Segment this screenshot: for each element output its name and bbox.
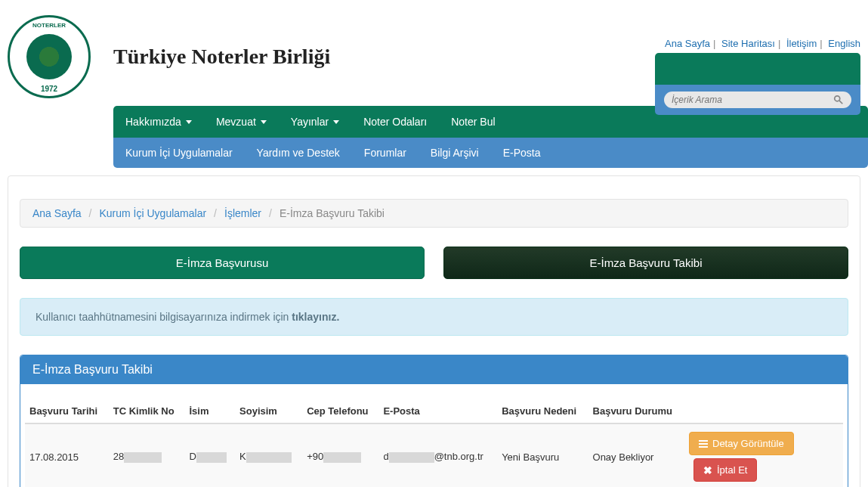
list-icon <box>699 440 708 448</box>
col-header: İsim <box>184 399 235 423</box>
breadcrumb-islemler[interactable]: İşlemler <box>224 207 261 219</box>
top-links: Ana Sayfa| Site Haritası| İletişim| Engl… <box>665 38 860 49</box>
search-top-bg <box>655 53 860 85</box>
caret-icon <box>333 120 339 124</box>
detail-button[interactable]: Detay Görüntüle <box>689 432 794 455</box>
col-header: Başvuru Tarihi <box>25 399 109 423</box>
tab-eimza-takibi[interactable]: E-İmza Başvuru Takibi <box>443 247 848 279</box>
nav-primary-item-4[interactable]: Noter Bul <box>439 106 507 138</box>
info-link[interactable]: tıklayınız. <box>292 311 339 323</box>
logo: NOTERLER 1972 <box>8 15 91 98</box>
nav-secondary: Kurum İçi UygulamalarYardım ve DestekFor… <box>113 138 868 168</box>
cell-tc: 28 <box>109 423 185 487</box>
caret-icon <box>261 120 267 124</box>
nav-primary-item-2[interactable]: Yayınlar <box>279 106 351 138</box>
nav-primary-item-1[interactable]: Mevzuat <box>204 106 279 138</box>
col-header: Soyisim <box>235 399 302 423</box>
col-header: Başvuru Durumu <box>588 399 684 423</box>
search-input[interactable] <box>672 95 833 105</box>
close-icon: ✖ <box>703 467 712 474</box>
svg-line-1 <box>839 101 842 104</box>
nav-secondary-item-3[interactable]: Bilgi Arşivi <box>419 138 491 168</box>
nav-secondary-item-2[interactable]: Forumlar <box>352 138 419 168</box>
cell-cep: +90 <box>302 423 378 487</box>
nav-secondary-item-4[interactable]: E-Posta <box>491 138 553 168</box>
cell-durum: Onay Bekliyor <box>588 423 684 487</box>
link-english[interactable]: English <box>828 38 860 49</box>
link-home[interactable]: Ana Sayfa <box>665 38 710 49</box>
cancel-button[interactable]: ✖ İptal Et <box>693 458 757 482</box>
panel-title: E-İmza Başvuru Takibi <box>20 355 848 384</box>
tab-eimza-basvurusu[interactable]: E-İmza Başvurusu <box>20 247 425 279</box>
breadcrumb-current: E-İmza Başvuru Takibi <box>280 207 385 219</box>
page-title: Türkiye Noterler Birliği <box>113 45 330 69</box>
logo-ring-text-bottom: 1972 <box>10 85 88 93</box>
cell-soyisim: K <box>235 423 302 487</box>
col-header: Cep Telefonu <box>302 399 378 423</box>
nav-primary-item-0[interactable]: Hakkımızda <box>113 106 204 138</box>
col-header: TC Kimlik No <box>109 399 185 423</box>
cell-isim: D <box>184 423 235 487</box>
applications-table: Başvuru TarihiTC Kimlik NoİsimSoyisimCep… <box>25 399 843 487</box>
logo-emblem <box>26 34 72 79</box>
link-sitemap[interactable]: Site Haritası <box>721 38 775 49</box>
svg-point-0 <box>835 96 840 101</box>
cell-date: 17.08.2015 <box>25 423 109 487</box>
link-contact[interactable]: İletişim <box>786 38 817 49</box>
cell-neden: Yeni Başvuru <box>497 423 588 487</box>
caret-icon <box>186 120 192 124</box>
breadcrumb-home[interactable]: Ana Sayfa <box>32 207 82 219</box>
col-header: E-Posta <box>378 399 497 423</box>
cell-eposta: d@tnb.org.tr <box>378 423 497 487</box>
nav-secondary-item-1[interactable]: Yardım ve Destek <box>245 138 352 168</box>
nav-primary-item-3[interactable]: Noter Odaları <box>351 106 439 138</box>
breadcrumb: Ana Sayfa/ Kurum İçi Uygulamalar/ İşleml… <box>20 199 848 228</box>
logo-ring-text-top: NOTERLER <box>10 22 88 29</box>
info-box: Kullanıcı taahhütnamesini bilgisayarınız… <box>20 298 848 336</box>
search-box[interactable] <box>664 92 851 108</box>
table-row: 17.08.201528DK+90d@tnb.org.trYeni Başvur… <box>25 423 843 487</box>
breadcrumb-kurum[interactable]: Kurum İçi Uygulamalar <box>100 207 207 219</box>
nav-secondary-item-0[interactable]: Kurum İçi Uygulamalar <box>113 138 245 168</box>
col-header: Başvuru Nedeni <box>497 399 588 423</box>
search-icon[interactable] <box>833 95 844 105</box>
info-text: Kullanıcı taahhütnamesini bilgisayarınız… <box>36 311 292 323</box>
cell-actions: Detay Görüntüle✖ İptal Et <box>684 423 843 487</box>
